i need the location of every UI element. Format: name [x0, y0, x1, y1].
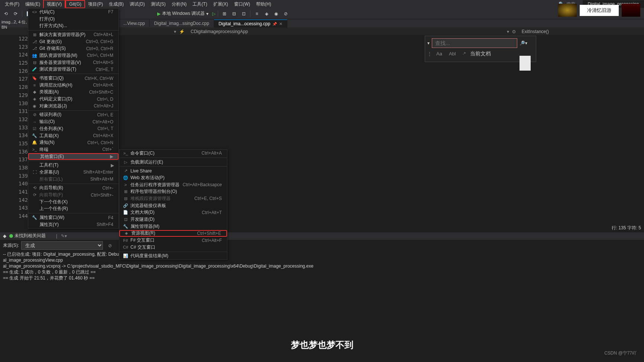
tb-icon-3[interactable]: ⊡ [240, 10, 248, 18]
menu-item[interactable]: ▷负载测试运行(E) [119, 159, 227, 166]
breadcrumb-member[interactable]: ExitInstance() [519, 28, 552, 35]
menu-item[interactable]: ⎇Git 更改(G)Ctrl+0, Ctrl+G [28, 38, 119, 45]
menu-item[interactable]: ↗Live Share [119, 167, 227, 174]
close-icon[interactable]: ✕ [279, 22, 282, 26]
tab-view-cpp[interactable]: ...View.cpp [119, 20, 150, 27]
find-input[interactable] [432, 38, 517, 48]
menu-item[interactable]: ⊞程序包管理器控制台(O) [119, 188, 227, 195]
menu-shortcut: F4 [108, 215, 116, 220]
menu-item[interactable]: ⎇Git 存储库(S)Ctrl+0, Ctrl+R [28, 45, 119, 52]
regex[interactable]: ·* [460, 50, 468, 57]
menu-item[interactable]: ⊟服务器资源管理器(V)Ctrl+Alt+S [28, 59, 119, 66]
menu-item[interactable]: ⊘错误列表(I)Ctrl+\, E [28, 111, 119, 119]
menu-git[interactable]: Git(G) [65, 0, 85, 8]
tb-icon-4[interactable]: ≡ [253, 10, 261, 18]
output-line: == 生成: 1 成功，0 失败，0 最新，0 已跳过 == [3, 269, 641, 275]
menu-item[interactable]: F#F# 交互窗口Ctrl+Alt+F [119, 237, 227, 244]
menu-item[interactable]: >任务运行程序资源管理器Ctrl+Alt+Backsapce [119, 181, 227, 188]
menu-item[interactable]: >_命令窗口(C)Ctrl+Alt+A [119, 150, 227, 157]
brush-icon[interactable]: ✎▾ [61, 233, 67, 239]
breadcrumb-scope[interactable]: CDigitalimageprocessingApp [188, 28, 251, 35]
menu-item[interactable]: 上一个任务(R) [28, 206, 119, 213]
play-icon-2[interactable]: ▷ [212, 11, 216, 16]
menu-item[interactable]: >_终端Ctrl+` [28, 146, 119, 153]
menu-item[interactable]: ⊡开发隧道(D) [119, 216, 227, 223]
run-button[interactable]: ▶ 本地 Windows 调试器 ▾ [155, 10, 211, 17]
menu-icon: ↗ [122, 168, 129, 173]
output-source-select[interactable]: 生成 [21, 241, 103, 250]
menu-item[interactable]: 工具栏(T)▶ [28, 162, 119, 169]
collapse-icon[interactable]: ▾ [427, 41, 430, 46]
menu-item[interactable]: 🔔通知(N)Ctrl+\, Ctrl+N [28, 139, 119, 146]
menu-item[interactable]: 打开(O) [28, 16, 119, 23]
menu-item[interactable]: 🔧属性管理器(M) [119, 223, 227, 230]
tab-doc-cpp[interactable]: Digital_imag...ssingDoc.cpp [150, 20, 214, 27]
menu-project[interactable]: 项目(P) [85, 0, 106, 8]
menu-icon: 🔧 [122, 224, 129, 229]
menu-view[interactable]: 视图(V) [43, 0, 65, 9]
menu-icon: ◈ [123, 231, 130, 236]
menu-item[interactable]: ◈代码定义窗口(D)Ctrl+\, D [28, 96, 119, 103]
chevron-down-icon[interactable]: ▾ [507, 29, 509, 34]
menu-item[interactable]: ◆类视图(A)Ctrl+Shift+C [28, 89, 119, 96]
search-icon[interactable]: 🔎▾ [520, 41, 527, 46]
menu-item[interactable]: →输出(O)Ctrl+Alt+O [28, 118, 119, 125]
pin-icon[interactable]: 📌 [272, 22, 277, 26]
menu-item[interactable]: ☑任务列表(K)Ctrl+\, T [28, 125, 119, 132]
menu-build[interactable]: 生成(B) [106, 0, 127, 8]
tb-icon-2[interactable]: ⊟ [230, 10, 238, 18]
tb-icon-5[interactable]: ◈ [262, 10, 271, 18]
menu-label: F# 交互窗口 [129, 237, 202, 243]
menu-analyze[interactable]: 分析(N) [169, 0, 190, 8]
menu-icon: ⊡ [122, 217, 129, 222]
menu-item[interactable]: 🔗浏览器链接仪表板 [119, 202, 227, 209]
menu-item[interactable]: 📊代码度量值结果(M) [119, 253, 227, 260]
menu-extensions[interactable]: 扩展(X) [210, 0, 231, 8]
menu-item[interactable]: 🔖书签窗口(Q)Ctrl+K, Ctrl+W [28, 75, 119, 82]
menu-item[interactable]: ◈资源视图(R)Ctrl+Shift+E [119, 230, 227, 237]
menu-item[interactable]: 🌐Web 发布活动(P) [119, 174, 227, 181]
menu-help[interactable]: 帮助(H) [253, 0, 274, 8]
menu-item[interactable]: ⟲向后导航(B)Ctrl+- [28, 185, 119, 192]
menu-file[interactable]: 文件(F) [2, 0, 22, 8]
menu-item[interactable]: 🧪测试资源管理器(T)Ctrl+E, T [28, 66, 119, 73]
clear-icon[interactable]: ⊘ [108, 243, 112, 248]
menu-edit[interactable]: 编辑(E) [22, 0, 43, 8]
menu-shortcut: Ctrl+Shift+- [91, 193, 116, 198]
expand-icon[interactable]: ⋮ [427, 51, 432, 56]
match-case[interactable]: Aa [434, 50, 444, 57]
menu-label: 代码度量值结果(M) [129, 253, 222, 259]
menu-tools[interactable]: 工具(T) [190, 0, 210, 8]
minimap[interactable] [520, 56, 531, 71]
menu-window[interactable]: 窗口(W) [231, 0, 253, 8]
menu-item[interactable]: ◉对象浏览器(J)Ctrl+Alt+J [28, 103, 119, 110]
menu-item[interactable]: 打开方式(N)... [28, 22, 119, 29]
menu-item[interactable]: 👥团队资源管理器(M)Ctrl+\, Ctrl+M [28, 52, 119, 59]
menu-item[interactable]: 属性页(Y)Shift+F4 [28, 221, 119, 228]
back-icon[interactable]: ⟲ [2, 10, 10, 18]
tb-icon-7[interactable]: ⊘ [282, 10, 290, 18]
tab-processing-cpp[interactable]: Digital_ima...ocessing.cpp 📌 ✕ [214, 19, 287, 28]
menu-item[interactable]: 其他窗口(E)▶ [28, 153, 119, 160]
file-tab-left[interactable]: imag...2, 4 位, BN [0, 19, 29, 26]
tb-icon-1[interactable]: ⊞ [220, 10, 229, 18]
menu-item[interactable]: ⊞解决方案资源管理器(P)Ctrl+Alt+L [28, 31, 119, 38]
chevron-down-icon[interactable]: ▾ [174, 29, 176, 34]
menu-item[interactable]: C#C# 交互窗口 [119, 244, 227, 251]
menu-item[interactable]: 🔧属性窗口(W)F4 [28, 214, 119, 221]
menu-item[interactable]: 📄文档大纲(D)Ctrl+Alt+T [119, 209, 227, 216]
menu-item[interactable]: <>代码(C)F7 [28, 9, 119, 16]
menu-test[interactable]: 测试(S) [148, 0, 169, 8]
whole-word[interactable]: Abl [447, 50, 458, 57]
forward-icon[interactable]: ⟳ [12, 10, 20, 18]
tb-icon-6[interactable]: ◉ [272, 10, 280, 18]
menu-label: Git 存储库(S) [38, 45, 86, 52]
issues-status[interactable]: 未找到相关问题 [6, 233, 49, 239]
find-scope[interactable]: 当前文档 [470, 51, 491, 57]
menu-item[interactable]: ⛶全屏幕(U)Shift+Alt+Enter [28, 169, 119, 176]
menu-item[interactable]: ≡调用层次结构(H)Ctrl+Alt+K [28, 82, 119, 89]
line-number: 141 [13, 189, 28, 197]
menu-item[interactable]: 🔧工具箱(X)Ctrl+Alt+X [28, 132, 119, 139]
menu-item[interactable]: 下一个任务(X) [28, 198, 119, 206]
menu-debug[interactable]: 调试(D) [127, 0, 148, 8]
